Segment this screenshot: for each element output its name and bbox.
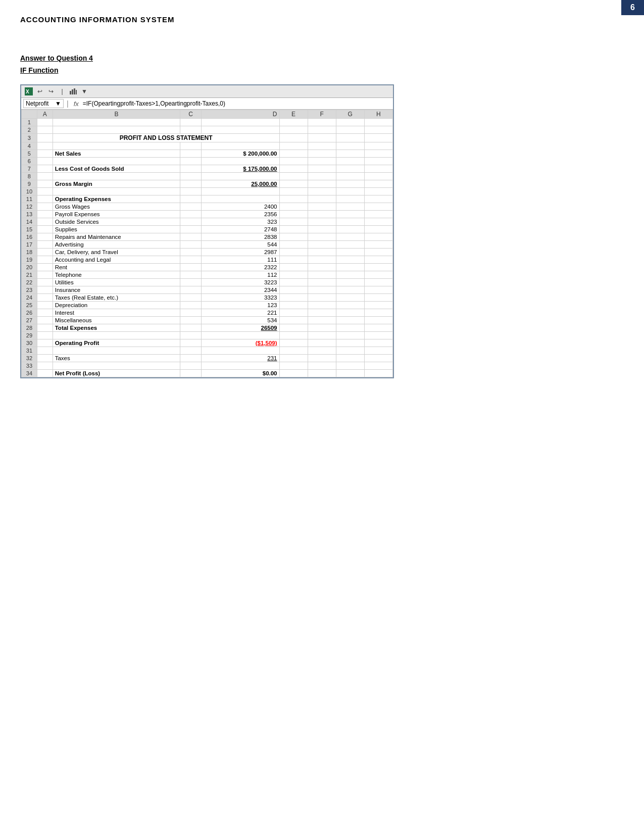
cell-empty[interactable] [364, 279, 392, 286]
cell-empty[interactable] [308, 218, 336, 226]
cell-empty[interactable] [308, 126, 336, 134]
cell-a[interactable] [37, 233, 53, 241]
cell-c[interactable] [180, 324, 202, 332]
cell-d[interactable]: 25,000.00 [202, 180, 279, 188]
cell-d[interactable]: 2987 [202, 249, 279, 256]
cell-b[interactable]: Operating Expenses [53, 195, 180, 203]
cell-empty[interactable] [308, 211, 336, 218]
cell-a[interactable] [37, 195, 53, 203]
cell-a[interactable] [37, 317, 53, 324]
cell-empty[interactable] [364, 173, 392, 180]
cell-empty[interactable] [308, 271, 336, 279]
cell-empty[interactable] [279, 294, 308, 302]
chart-icon[interactable] [69, 87, 78, 96]
cell-empty[interactable] [279, 180, 308, 188]
cell-b[interactable]: Net Sales [53, 150, 180, 158]
cell-empty[interactable] [279, 302, 308, 309]
cell-b[interactable] [53, 158, 180, 165]
cell-b[interactable]: Supplies [53, 226, 180, 233]
cell-empty[interactable] [336, 188, 364, 195]
cell-d[interactable]: 323 [202, 218, 279, 226]
cell-empty[interactable] [336, 195, 364, 203]
cell-empty[interactable] [336, 302, 364, 309]
cell-a[interactable] [37, 211, 53, 218]
cell-empty[interactable] [336, 339, 364, 347]
cell-c[interactable] [180, 203, 202, 211]
cell-empty[interactable] [336, 324, 364, 332]
cell-empty[interactable] [279, 226, 308, 233]
cell-empty[interactable] [336, 362, 364, 370]
cell-b[interactable] [53, 332, 180, 339]
cell-empty[interactable] [279, 126, 308, 134]
cell-d[interactable]: $0.00 [202, 370, 279, 377]
cell-c[interactable] [180, 339, 202, 347]
cell-empty[interactable] [279, 158, 308, 165]
cell-c[interactable] [180, 150, 202, 158]
cell-empty[interactable] [364, 126, 392, 134]
cell-c[interactable] [180, 165, 202, 173]
cell-c[interactable] [180, 211, 202, 218]
cell-c[interactable] [180, 142, 202, 150]
redo-icon[interactable]: ↪ [46, 87, 56, 96]
cell-d[interactable] [202, 119, 279, 126]
cell-empty[interactable] [308, 362, 336, 370]
cell-d[interactable]: 3323 [202, 294, 279, 302]
cell-a[interactable] [37, 241, 53, 249]
cell-d[interactable] [202, 347, 279, 355]
cell-empty[interactable] [279, 188, 308, 195]
cell-c[interactable] [180, 233, 202, 241]
cell-d[interactable]: 2356 [202, 211, 279, 218]
cell-a[interactable] [37, 294, 53, 302]
cell-empty[interactable] [364, 355, 392, 362]
cell-empty[interactable] [364, 203, 392, 211]
cell-c[interactable] [180, 119, 202, 126]
cell-empty[interactable] [364, 241, 392, 249]
cell-a[interactable] [37, 249, 53, 256]
cell-a[interactable] [37, 256, 53, 264]
cell-d[interactable]: ($1,509) [202, 339, 279, 347]
cell-empty[interactable] [336, 165, 364, 173]
cell-empty[interactable] [279, 249, 308, 256]
cell-a[interactable] [37, 218, 53, 226]
cell-d[interactable]: 221 [202, 309, 279, 317]
cell-c[interactable] [180, 362, 202, 370]
cell-empty[interactable] [336, 211, 364, 218]
cell-d[interactable] [202, 188, 279, 195]
cell-empty[interactable] [336, 264, 364, 271]
cell-empty[interactable] [308, 286, 336, 294]
cell-a[interactable] [37, 173, 53, 180]
cell-empty[interactable] [364, 188, 392, 195]
cell-b[interactable]: Operating Profit [53, 339, 180, 347]
cell-empty[interactable] [336, 370, 364, 377]
cell-d[interactable]: $ 175,000.00 [202, 165, 279, 173]
cell-c[interactable] [180, 286, 202, 294]
cell-d[interactable]: 2400 [202, 203, 279, 211]
cell-d[interactable]: 2748 [202, 226, 279, 233]
name-box-dropdown[interactable]: ▼ [55, 100, 61, 107]
cell-a[interactable] [37, 188, 53, 195]
cell-empty[interactable] [308, 370, 336, 377]
cell-empty[interactable] [308, 188, 336, 195]
cell-empty[interactable] [308, 233, 336, 241]
cell-empty[interactable] [364, 226, 392, 233]
cell-c[interactable] [180, 264, 202, 271]
cell-empty[interactable] [336, 119, 364, 126]
cell-empty[interactable] [279, 150, 308, 158]
cell-empty[interactable] [308, 294, 336, 302]
cell-empty[interactable] [308, 256, 336, 264]
cell-a[interactable] [37, 134, 53, 142]
cell-empty[interactable] [364, 370, 392, 377]
cell-c[interactable] [180, 226, 202, 233]
cell-empty[interactable] [308, 158, 336, 165]
cell-a[interactable] [37, 370, 53, 377]
cell-empty[interactable] [336, 142, 364, 150]
cell-empty[interactable] [336, 347, 364, 355]
cell-empty[interactable] [336, 173, 364, 180]
cell-empty[interactable] [336, 150, 364, 158]
cell-c[interactable] [180, 188, 202, 195]
cell-c[interactable] [180, 126, 202, 134]
cell-empty[interactable] [308, 249, 336, 256]
cell-empty[interactable] [364, 264, 392, 271]
cell-b[interactable] [53, 362, 180, 370]
cell-d[interactable] [202, 332, 279, 339]
